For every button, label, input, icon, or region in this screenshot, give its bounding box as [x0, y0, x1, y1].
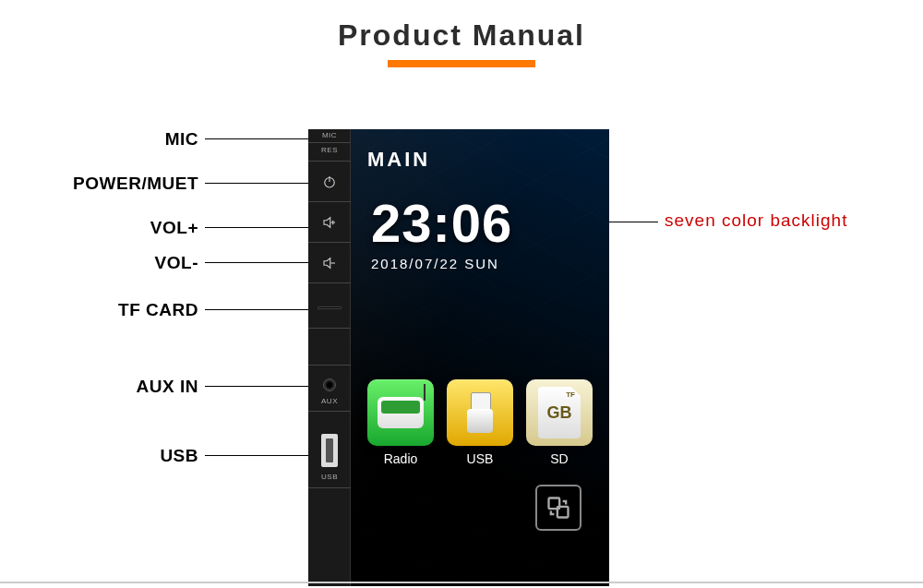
app-row: Radio USB TF GB SD [367, 379, 593, 466]
vol-up-button[interactable] [308, 207, 351, 238]
lead-voldown [205, 262, 314, 263]
lead-aux [205, 386, 314, 387]
label-mic: MIC [0, 129, 198, 150]
device: MIC RES AUX USB [308, 129, 609, 586]
lead-mic [205, 138, 314, 139]
swap-icon [545, 495, 571, 521]
usb-port[interactable] [321, 434, 338, 467]
speaker-minus-icon [321, 255, 338, 271]
footer-divider [0, 582, 923, 583]
label-aux: AUX IN [0, 377, 198, 397]
usb-icon [447, 379, 513, 446]
sd-icon: TF GB [526, 379, 593, 446]
page-title: Product Manual [0, 18, 923, 53]
vol-down-button[interactable] [308, 247, 351, 279]
label-usb: USB [0, 446, 198, 466]
lead-usb [205, 455, 314, 456]
lead-tf [205, 309, 314, 310]
app-usb[interactable]: USB [447, 379, 513, 466]
side-divider [308, 411, 351, 412]
swap-apps-button[interactable] [535, 485, 581, 531]
side-divider [308, 328, 351, 329]
lead-volup [205, 227, 314, 228]
tf-card-slot[interactable] [318, 306, 342, 309]
power-button[interactable] [308, 166, 351, 198]
sd-gb-text: GB [547, 403, 572, 423]
side-panel: MIC RES AUX USB [308, 129, 351, 586]
side-mic-text: MIC [308, 131, 351, 139]
diagram: MIC POWER/MUET VOL+ VOL- TF CARD AUX IN … [0, 129, 923, 588]
aux-port[interactable] [323, 378, 336, 391]
label-voldown: VOL- [0, 253, 198, 273]
label-power: POWER/MUET [0, 174, 198, 194]
sd-tf-text: TF [566, 390, 575, 399]
header: Product Manual [0, 0, 923, 67]
label-tf: TF CARD [0, 300, 198, 320]
side-divider [308, 201, 351, 202]
clock: 23:06 2018/07/22 SUN [371, 192, 609, 271]
app-sd[interactable]: TF GB SD [526, 379, 593, 466]
label-backlight: seven color backlight [665, 210, 847, 231]
lead-power [205, 183, 314, 184]
screen-title: MAIN [367, 148, 430, 172]
app-radio[interactable]: Radio [367, 379, 434, 466]
side-res-text: RES [308, 146, 351, 154]
label-volup: VOL+ [0, 218, 198, 238]
side-divider [308, 242, 351, 243]
side-divider [308, 282, 351, 283]
clock-time: 23:06 [371, 192, 609, 254]
title-underline [388, 60, 535, 67]
clock-date: 2018/07/22 SUN [371, 256, 609, 271]
app-radio-label: Radio [367, 451, 434, 466]
power-icon [321, 174, 338, 190]
app-usb-label: USB [447, 451, 513, 466]
side-usb-text: USB [308, 473, 351, 481]
side-divider [308, 161, 351, 162]
side-divider [308, 487, 351, 488]
side-divider [308, 365, 351, 366]
side-aux-text: AUX [308, 397, 351, 405]
side-divider [308, 142, 351, 143]
radio-icon [367, 379, 434, 446]
app-sd-label: SD [526, 451, 593, 466]
speaker-plus-icon [321, 214, 338, 231]
screen[interactable]: MAIN 23:06 2018/07/22 SUN Radio USB [351, 129, 609, 586]
